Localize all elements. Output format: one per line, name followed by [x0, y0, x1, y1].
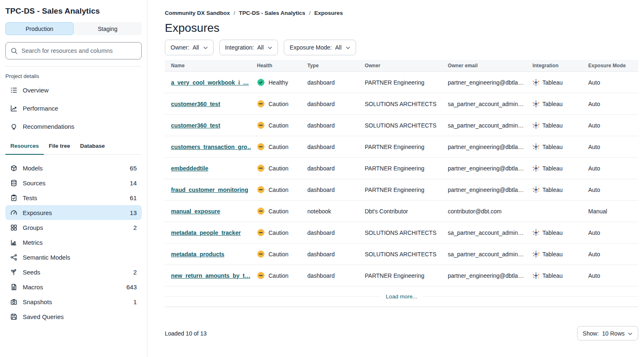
cell-name: new_return_amounts_by_t…	[165, 272, 251, 279]
sidebar-item-macros[interactable]: Macros643	[5, 279, 142, 294]
resource-count: 2	[133, 224, 137, 231]
cell-owner: SOLUTIONS ARCHITECTS	[359, 229, 442, 236]
integration-label: Tableau	[542, 144, 563, 150]
filter-value: All	[257, 44, 264, 51]
sidebar-item-overview[interactable]: Overview	[5, 81, 142, 99]
breadcrumb-item-2: Exposures	[314, 10, 343, 16]
tab-database[interactable]: Database	[75, 143, 110, 155]
column-header-owner: Owner	[359, 63, 442, 69]
cell-owner-email: partner_engineering@dbtla…	[442, 144, 526, 150]
search-input[interactable]	[21, 47, 136, 54]
sidebar-item-performance[interactable]: Performance	[5, 99, 142, 117]
project-details-label: Project details	[5, 73, 142, 79]
cell-owner: Dbt's Contributor	[359, 208, 442, 215]
load-more-line-left	[165, 296, 381, 297]
grid-icon	[10, 224, 17, 231]
sidebar-item-sources[interactable]: Sources14	[5, 175, 142, 190]
env-tab-production[interactable]: Production	[5, 22, 74, 35]
nodes-icon	[10, 254, 17, 261]
cell-integration: Tableau	[526, 143, 582, 150]
sidebar-item-saved-queries[interactable]: Saved Queries	[5, 309, 142, 324]
health-label: Caution	[269, 101, 288, 107]
sidebar-tabs: ResourcesFile treeDatabase	[5, 143, 142, 155]
resource-label: Exposures	[23, 209, 124, 216]
tableau-logo-icon	[532, 165, 539, 172]
floppy-icon	[10, 313, 17, 320]
env-tab-staging[interactable]: Staging	[74, 22, 142, 35]
camera-icon	[10, 298, 17, 305]
health-label: Caution	[269, 187, 288, 193]
breadcrumb-item-1[interactable]: TPC-DS - Sales Analytics	[239, 10, 305, 16]
table-body: a_very_cool_workbook_i_…Healthydashboard…	[165, 72, 638, 286]
load-more-link[interactable]: Load more...	[381, 293, 422, 300]
sidebar-item-snapshots[interactable]: Snapshots1	[5, 294, 142, 309]
filter-exposure-mode[interactable]: Exposure Mode:All	[284, 40, 356, 55]
load-more-row: Load more...	[165, 286, 638, 307]
exposure-name-link[interactable]: metadata_people_tracker	[171, 229, 241, 236]
caution-minus-icon	[257, 250, 265, 258]
sidebar-item-recommendations[interactable]: Recommendations	[5, 117, 142, 135]
cell-owner: SOLUTIONS ARCHITECTS	[359, 251, 442, 258]
cell-exposure-mode: Auto	[582, 144, 638, 150]
cell-type: notebook	[301, 208, 359, 215]
chevron-down-icon	[203, 44, 208, 51]
exposure-name-link[interactable]: embeddedtile	[171, 165, 208, 172]
filter-value: All	[192, 44, 199, 51]
table-row: customers_transaction_gro…Cautiondashboa…	[165, 136, 638, 158]
sidebar-item-semantic-models[interactable]: Semantic Models	[5, 250, 142, 265]
sidebar-item-label: Overview	[23, 87, 49, 94]
health-label: Caution	[269, 122, 288, 129]
resource-label: Seeds	[23, 269, 128, 276]
health-label: Caution	[269, 144, 288, 150]
tableau-logo-icon	[532, 100, 539, 107]
resource-label: Metrics	[23, 239, 137, 246]
sidebar-item-tests[interactable]: Tests61	[5, 190, 142, 205]
sidebar-item-groups[interactable]: Groups2	[5, 220, 142, 235]
exposure-name-link[interactable]: manual_exposure	[171, 208, 220, 215]
sidebar-item-seeds[interactable]: Seeds2	[5, 265, 142, 279]
resource-label: Models	[23, 165, 124, 172]
cell-owner-email: partner_engineering@dbtla…	[442, 165, 526, 172]
sidebar-item-metrics[interactable]: Metrics	[5, 235, 142, 250]
filter-label: Exposure Mode:	[290, 44, 332, 51]
exposure-name-link[interactable]: a_very_cool_workbook_i_…	[171, 79, 249, 86]
cell-name: customer360_test	[165, 101, 251, 107]
breadcrumb: Community DX Sandbox/TPC-DS - Sales Anal…	[165, 10, 638, 16]
exposure-name-link[interactable]: customer360_test	[171, 101, 220, 107]
table-row: manual_exposureCautionnotebookDbt's Cont…	[165, 201, 638, 222]
cell-health: Caution	[251, 186, 301, 194]
exposure-name-link[interactable]: customer360_test	[171, 122, 220, 129]
exposure-name-link[interactable]: fraud_customer_monitoring	[171, 187, 248, 193]
exposure-name-link[interactable]: new_return_amounts_by_t…	[171, 272, 250, 279]
breadcrumb-item-0[interactable]: Community DX Sandbox	[165, 10, 230, 16]
tab-file-tree[interactable]: File tree	[44, 143, 75, 155]
tab-resources[interactable]: Resources	[5, 143, 44, 155]
cell-exposure-mode: Auto	[582, 165, 638, 172]
table-row: embeddedtileCautiondashboardPARTNER Engi…	[165, 158, 638, 179]
sidebar-item-exposures[interactable]: Exposures13	[5, 205, 142, 220]
caution-minus-icon	[257, 272, 265, 279]
filter-owner[interactable]: Owner:All	[165, 40, 214, 55]
filter-integration[interactable]: Integration:All	[219, 40, 278, 55]
sidebar-item-models[interactable]: Models65	[5, 161, 142, 175]
clipboard-check-icon	[10, 194, 17, 201]
cell-name: metadata_products	[165, 251, 251, 258]
list-icon	[10, 87, 17, 94]
exposure-name-link[interactable]: metadata_products	[171, 251, 224, 258]
cell-type: dashboard	[301, 229, 359, 236]
database-icon	[10, 180, 17, 187]
cell-owner-email: contributor@dbt.com	[442, 208, 526, 215]
show-rows-select[interactable]: Show: 10 Rows	[577, 326, 638, 340]
cell-type: dashboard	[301, 122, 359, 129]
sprout-icon	[10, 269, 17, 276]
table-row: metadata_people_trackerCautiondashboardS…	[165, 222, 638, 244]
cell-type: dashboard	[301, 272, 359, 279]
cell-health: Caution	[251, 164, 301, 172]
chevron-down-icon	[628, 330, 632, 337]
cell-integration: Tableau	[526, 100, 582, 107]
cell-owner: PARTNER Engineering	[359, 165, 442, 172]
exposure-name-link[interactable]: customers_transaction_gro…	[171, 144, 251, 150]
bar-chart-icon	[10, 239, 17, 246]
show-rows-label: Show:	[583, 330, 599, 337]
app-window: TPC-DS - Sales Analytics ProductionStagi…	[0, 0, 644, 357]
